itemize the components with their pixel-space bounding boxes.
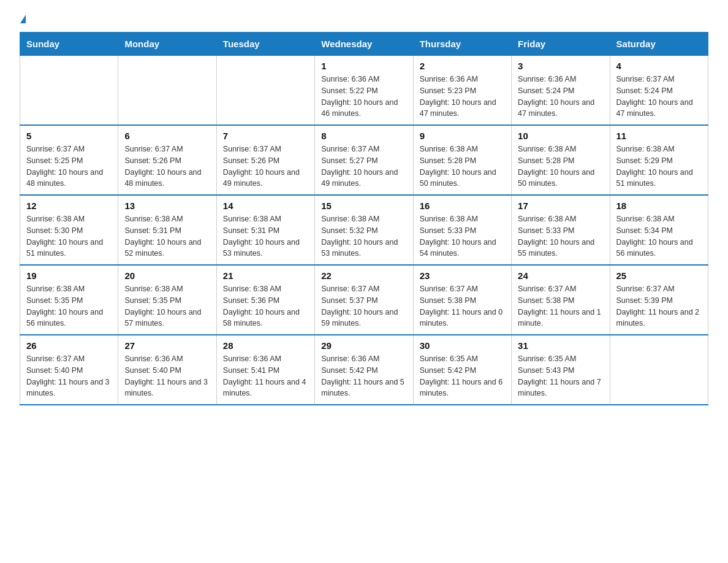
calendar-cell: 1Sunrise: 6:36 AMSunset: 5:22 PMDaylight… — [315, 56, 413, 126]
day-info: Sunrise: 6:37 AMSunset: 5:26 PMDaylight:… — [223, 144, 308, 190]
day-number: 4 — [616, 61, 702, 71]
day-number: 7 — [223, 131, 308, 141]
day-info: Sunrise: 6:37 AMSunset: 5:26 PMDaylight:… — [124, 144, 210, 190]
day-number: 12 — [26, 201, 112, 211]
calendar-cell: 8Sunrise: 6:37 AMSunset: 5:27 PMDaylight… — [315, 125, 413, 195]
calendar-cell: 20Sunrise: 6:38 AMSunset: 5:35 PMDayligh… — [118, 265, 216, 335]
day-info: Sunrise: 6:38 AMSunset: 5:28 PMDaylight:… — [420, 144, 505, 190]
calendar-week-1: 1Sunrise: 6:36 AMSunset: 5:22 PMDaylight… — [20, 56, 708, 126]
calendar-cell: 29Sunrise: 6:36 AMSunset: 5:42 PMDayligh… — [315, 335, 413, 405]
calendar-table: SundayMondayTuesdayWednesdayThursdayFrid… — [20, 32, 708, 405]
calendar-header-saturday: Saturday — [610, 33, 708, 56]
calendar-header-monday: Monday — [118, 33, 216, 56]
calendar-cell: 21Sunrise: 6:38 AMSunset: 5:36 PMDayligh… — [216, 265, 314, 335]
calendar-cell: 15Sunrise: 6:38 AMSunset: 5:32 PMDayligh… — [315, 195, 413, 265]
day-info: Sunrise: 6:37 AMSunset: 5:39 PMDaylight:… — [616, 283, 702, 329]
day-info: Sunrise: 6:37 AMSunset: 5:27 PMDaylight:… — [321, 144, 406, 190]
calendar-header-row: SundayMondayTuesdayWednesdayThursdayFrid… — [20, 33, 708, 56]
day-number: 3 — [518, 61, 603, 71]
day-number: 2 — [420, 61, 505, 71]
calendar-header-tuesday: Tuesday — [216, 33, 314, 56]
day-info: Sunrise: 6:38 AMSunset: 5:33 PMDaylight:… — [518, 213, 603, 259]
calendar-cell — [20, 56, 118, 126]
day-number: 8 — [321, 131, 406, 141]
day-number: 9 — [420, 131, 505, 141]
calendar-cell: 11Sunrise: 6:38 AMSunset: 5:29 PMDayligh… — [610, 125, 708, 195]
calendar-cell: 19Sunrise: 6:38 AMSunset: 5:35 PMDayligh… — [20, 265, 118, 335]
day-info: Sunrise: 6:38 AMSunset: 5:36 PMDaylight:… — [223, 283, 308, 329]
logo — [20, 15, 26, 21]
day-number: 26 — [26, 340, 112, 351]
calendar-cell: 22Sunrise: 6:37 AMSunset: 5:37 PMDayligh… — [315, 265, 413, 335]
calendar-cell: 4Sunrise: 6:37 AMSunset: 5:24 PMDaylight… — [610, 56, 708, 126]
calendar-cell: 6Sunrise: 6:37 AMSunset: 5:26 PMDaylight… — [118, 125, 216, 195]
day-number: 15 — [321, 201, 406, 211]
day-info: Sunrise: 6:38 AMSunset: 5:31 PMDaylight:… — [223, 213, 308, 259]
day-info: Sunrise: 6:36 AMSunset: 5:24 PMDaylight:… — [518, 74, 603, 120]
calendar-cell: 26Sunrise: 6:37 AMSunset: 5:40 PMDayligh… — [20, 335, 118, 405]
day-number: 13 — [124, 201, 210, 211]
calendar-cell: 18Sunrise: 6:38 AMSunset: 5:34 PMDayligh… — [610, 195, 708, 265]
day-info: Sunrise: 6:37 AMSunset: 5:40 PMDaylight:… — [26, 353, 112, 399]
day-number: 5 — [26, 131, 112, 141]
day-number: 27 — [124, 340, 210, 351]
calendar-cell: 23Sunrise: 6:37 AMSunset: 5:38 PMDayligh… — [413, 265, 511, 335]
calendar-cell: 17Sunrise: 6:38 AMSunset: 5:33 PMDayligh… — [512, 195, 610, 265]
day-info: Sunrise: 6:37 AMSunset: 5:38 PMDaylight:… — [420, 283, 505, 329]
calendar-cell: 2Sunrise: 6:36 AMSunset: 5:23 PMDaylight… — [413, 56, 511, 126]
calendar-cell: 16Sunrise: 6:38 AMSunset: 5:33 PMDayligh… — [413, 195, 511, 265]
day-info: Sunrise: 6:37 AMSunset: 5:37 PMDaylight:… — [321, 283, 406, 329]
calendar-cell: 31Sunrise: 6:35 AMSunset: 5:43 PMDayligh… — [512, 335, 610, 405]
day-number: 25 — [616, 270, 702, 281]
day-number: 29 — [321, 340, 406, 351]
calendar-header-sunday: Sunday — [20, 33, 118, 56]
calendar-cell — [118, 56, 216, 126]
calendar-cell: 24Sunrise: 6:37 AMSunset: 5:38 PMDayligh… — [512, 265, 610, 335]
day-info: Sunrise: 6:38 AMSunset: 5:34 PMDaylight:… — [616, 213, 702, 259]
day-number: 30 — [420, 340, 505, 351]
day-number: 1 — [321, 61, 406, 71]
calendar-cell: 12Sunrise: 6:38 AMSunset: 5:30 PMDayligh… — [20, 195, 118, 265]
day-number: 31 — [518, 340, 603, 351]
calendar-cell: 9Sunrise: 6:38 AMSunset: 5:28 PMDaylight… — [413, 125, 511, 195]
day-number: 10 — [518, 131, 603, 141]
day-info: Sunrise: 6:38 AMSunset: 5:32 PMDaylight:… — [321, 213, 406, 259]
calendar-cell: 10Sunrise: 6:38 AMSunset: 5:28 PMDayligh… — [512, 125, 610, 195]
calendar-cell: 5Sunrise: 6:37 AMSunset: 5:25 PMDaylight… — [20, 125, 118, 195]
day-number: 21 — [223, 270, 308, 281]
day-info: Sunrise: 6:37 AMSunset: 5:25 PMDaylight:… — [26, 144, 112, 190]
day-info: Sunrise: 6:38 AMSunset: 5:35 PMDaylight:… — [124, 283, 210, 329]
calendar-header-wednesday: Wednesday — [315, 33, 413, 56]
calendar-week-2: 5Sunrise: 6:37 AMSunset: 5:25 PMDaylight… — [20, 125, 708, 195]
calendar-cell: 28Sunrise: 6:36 AMSunset: 5:41 PMDayligh… — [216, 335, 314, 405]
day-info: Sunrise: 6:36 AMSunset: 5:40 PMDaylight:… — [124, 353, 210, 399]
calendar-week-3: 12Sunrise: 6:38 AMSunset: 5:30 PMDayligh… — [20, 195, 708, 265]
day-info: Sunrise: 6:36 AMSunset: 5:42 PMDaylight:… — [321, 353, 406, 399]
day-info: Sunrise: 6:38 AMSunset: 5:30 PMDaylight:… — [26, 213, 112, 259]
calendar-week-5: 26Sunrise: 6:37 AMSunset: 5:40 PMDayligh… — [20, 335, 708, 405]
calendar-header-thursday: Thursday — [413, 33, 511, 56]
day-number: 16 — [420, 201, 505, 211]
calendar-cell: 3Sunrise: 6:36 AMSunset: 5:24 PMDaylight… — [512, 56, 610, 126]
calendar-cell: 27Sunrise: 6:36 AMSunset: 5:40 PMDayligh… — [118, 335, 216, 405]
day-info: Sunrise: 6:36 AMSunset: 5:41 PMDaylight:… — [223, 353, 308, 399]
day-number: 24 — [518, 270, 603, 281]
calendar-cell — [216, 56, 314, 126]
logo-triangle-icon — [20, 15, 26, 23]
day-number: 28 — [223, 340, 308, 351]
day-info: Sunrise: 6:38 AMSunset: 5:28 PMDaylight:… — [518, 144, 603, 190]
day-number: 6 — [124, 131, 210, 141]
day-info: Sunrise: 6:36 AMSunset: 5:23 PMDaylight:… — [420, 74, 505, 120]
day-info: Sunrise: 6:38 AMSunset: 5:33 PMDaylight:… — [420, 213, 505, 259]
day-number: 22 — [321, 270, 406, 281]
page-header — [20, 15, 708, 21]
day-number: 20 — [124, 270, 210, 281]
day-info: Sunrise: 6:37 AMSunset: 5:38 PMDaylight:… — [518, 283, 603, 329]
day-number: 18 — [616, 201, 702, 211]
calendar-cell: 7Sunrise: 6:37 AMSunset: 5:26 PMDaylight… — [216, 125, 314, 195]
day-info: Sunrise: 6:35 AMSunset: 5:43 PMDaylight:… — [518, 353, 603, 399]
day-info: Sunrise: 6:35 AMSunset: 5:42 PMDaylight:… — [420, 353, 505, 399]
day-info: Sunrise: 6:38 AMSunset: 5:29 PMDaylight:… — [616, 144, 702, 190]
day-info: Sunrise: 6:36 AMSunset: 5:22 PMDaylight:… — [321, 74, 406, 120]
day-number: 11 — [616, 131, 702, 141]
